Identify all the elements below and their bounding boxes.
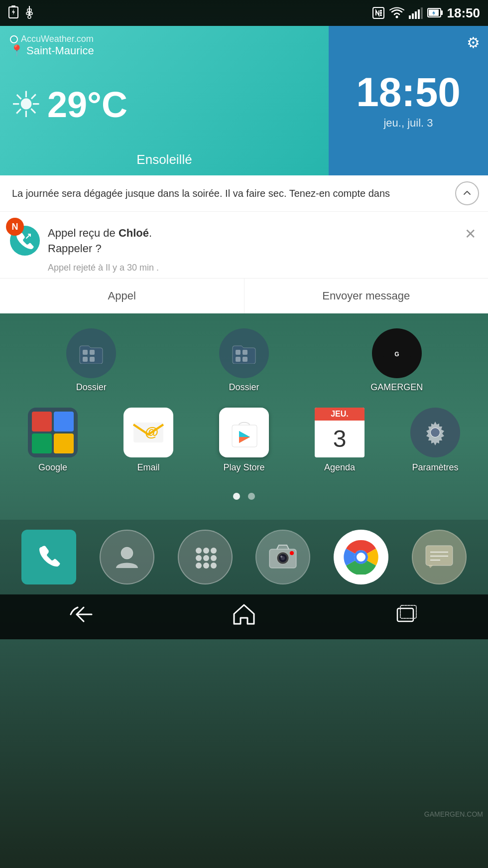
svg-rect-23 xyxy=(90,350,95,355)
usb-icon xyxy=(24,5,35,21)
svg-point-37 xyxy=(431,428,440,437)
svg-text:G: G xyxy=(394,351,399,358)
svg-rect-29 xyxy=(243,357,247,362)
notification-title: Appel reçu de Chloé. Rappeler ? xyxy=(48,226,455,257)
svg-rect-27 xyxy=(243,350,247,355)
home-button[interactable] xyxy=(232,603,256,630)
folder-2-icon[interactable] xyxy=(219,328,269,378)
agenda-app[interactable]: JEU. 3 Agenda xyxy=(300,408,379,473)
svg-rect-22 xyxy=(83,350,88,355)
svg-point-38 xyxy=(121,547,133,559)
svg-rect-4 xyxy=(26,12,29,14)
page-dot-2[interactable] xyxy=(248,493,255,500)
recall-question: Rappeler ? xyxy=(48,242,102,255)
message-action-button[interactable]: Envoyer message xyxy=(244,279,488,313)
clock-time: 18:50 xyxy=(356,72,461,113)
page-indicators xyxy=(0,483,488,510)
svg-rect-13 xyxy=(409,15,411,19)
signal-icon xyxy=(408,6,423,19)
svg-point-12 xyxy=(395,16,398,18)
dock-phone[interactable] xyxy=(21,530,76,584)
svg-rect-26 xyxy=(236,350,241,355)
svg-rect-62 xyxy=(397,608,413,621)
notification-content: Appel reçu de Chloé. Rappeler ? Appel re… xyxy=(48,226,455,273)
sun-icon: ☀ xyxy=(10,84,42,126)
play-store-app[interactable]: Play Store xyxy=(204,408,284,473)
email-app[interactable]: @ Email xyxy=(109,408,188,473)
svg-rect-14 xyxy=(412,13,414,19)
email-icon[interactable]: @ xyxy=(123,408,173,457)
settings-icon[interactable]: ⚙ xyxy=(467,34,480,51)
status-time: 18:50 xyxy=(447,5,481,21)
svg-rect-5 xyxy=(30,12,32,14)
folder-1-icon[interactable] xyxy=(66,328,116,378)
wifi-icon xyxy=(389,6,404,19)
nav-bar xyxy=(0,594,488,639)
nfc-icon xyxy=(371,6,385,20)
svg-point-44 xyxy=(211,555,217,561)
gamergen-icon[interactable]: G xyxy=(372,328,422,378)
status-bar: 18:50 xyxy=(0,0,488,26)
play-store-icon[interactable] xyxy=(219,408,269,457)
svg-rect-1 xyxy=(11,5,15,7)
dock-app-drawer[interactable] xyxy=(178,530,233,584)
call-action-button[interactable]: Appel xyxy=(0,279,244,313)
svg-point-42 xyxy=(196,555,202,561)
svg-point-45 xyxy=(196,563,202,569)
weather-temp: 29°C xyxy=(47,84,127,125)
homescreen: Dossier Dossier G GAMERGEN xyxy=(0,313,488,520)
weather-brand: AccuWeather.com xyxy=(10,34,319,44)
weather-brand-name: AccuWeather.com xyxy=(21,34,94,44)
settings-app-icon[interactable] xyxy=(410,408,460,457)
calendar-month: JEU. xyxy=(315,408,365,421)
folder-1[interactable]: Dossier xyxy=(59,328,123,393)
google-icon[interactable] xyxy=(28,408,78,457)
svg-point-41 xyxy=(211,548,217,554)
notification-header: Appel reçu de Chloé. Rappeler ? Appel re… xyxy=(0,212,488,278)
svg-point-57 xyxy=(357,553,366,562)
google-app[interactable]: Google xyxy=(13,408,93,473)
svg-rect-28 xyxy=(236,357,241,362)
settings-label: Paramètres xyxy=(412,462,458,473)
folder-1-label: Dossier xyxy=(76,382,107,393)
calendar-day: 3 xyxy=(315,421,365,457)
clock-panel: ⚙ 18:50 jeu., juil. 3 xyxy=(329,26,488,175)
dock-messages[interactable] xyxy=(412,530,467,584)
svg-text:@: @ xyxy=(145,424,158,439)
svg-point-52 xyxy=(280,556,282,558)
dock xyxy=(0,520,488,594)
back-button[interactable] xyxy=(69,605,94,628)
svg-rect-16 xyxy=(418,9,420,19)
weather-panel[interactable]: AccuWeather.com 📍 Saint-Maurice ☀ 29°C E… xyxy=(0,26,329,175)
dock-contacts[interactable] xyxy=(100,530,154,584)
caller-name: Chloé xyxy=(119,227,149,239)
notification-timestamp: Appel rejeté à Il y a 30 min . xyxy=(48,263,455,273)
weather-main: ☀ 29°C xyxy=(10,84,319,126)
email-label: Email xyxy=(137,462,159,473)
agenda-label: Agenda xyxy=(324,462,355,473)
weather-message-bar: La journée sera dégagée jusque dans la s… xyxy=(0,175,488,212)
calendar-icon[interactable]: JEU. 3 xyxy=(315,408,365,457)
weather-collapse-button[interactable] xyxy=(455,181,479,205)
notification-n-badge: N xyxy=(6,218,24,236)
dock-camera[interactable] xyxy=(255,530,310,584)
weather-widget[interactable]: AccuWeather.com 📍 Saint-Maurice ☀ 29°C E… xyxy=(0,26,488,175)
folder-2[interactable]: Dossier xyxy=(212,328,276,393)
notification-card: N Appel reçu de Chloé. Rappeler ? Appel … xyxy=(0,212,488,313)
svg-rect-25 xyxy=(90,357,95,362)
battery-icon xyxy=(427,6,443,19)
location-pin-icon: 📍 xyxy=(10,44,23,57)
recents-button[interactable] xyxy=(394,604,419,629)
dock-chrome[interactable] xyxy=(334,530,388,584)
clock-date: jeu., juil. 3 xyxy=(383,117,433,130)
gamergen-label: GAMERGEN xyxy=(370,382,423,393)
location-name: Saint-Maurice xyxy=(26,44,94,57)
page-dot-1[interactable] xyxy=(233,493,240,500)
folder-gamergen[interactable]: G GAMERGEN xyxy=(365,328,429,393)
settings-app[interactable]: Paramètres xyxy=(395,408,475,473)
folder-row: Dossier Dossier G GAMERGEN xyxy=(0,323,488,398)
status-left-icons xyxy=(8,5,35,21)
accu-dot xyxy=(10,35,18,43)
svg-point-46 xyxy=(203,563,209,569)
notification-close-button[interactable]: ✕ xyxy=(463,226,478,242)
